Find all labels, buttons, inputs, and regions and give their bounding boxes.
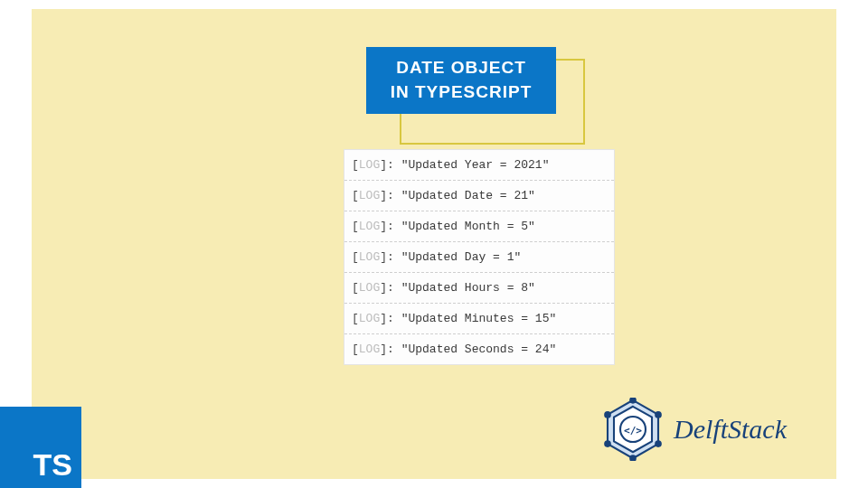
log-tag: LOG — [359, 158, 380, 172]
log-message: "Updated Month = 5" — [401, 220, 535, 233]
typescript-logo: TS — [0, 407, 81, 488]
log-row: [LOG]: "Updated Seconds = 24" — [344, 334, 614, 364]
brand-logo-icon: </> — [601, 398, 665, 461]
log-message: "Updated Day = 1" — [401, 250, 522, 264]
log-tag: LOG — [359, 281, 380, 295]
log-message: "Updated Hours = 8" — [401, 281, 535, 295]
log-message: "Updated Seconds = 24" — [401, 343, 557, 356]
log-row: [LOG]: "Updated Year = 2021" — [344, 150, 614, 181]
title-box: DATE OBJECT IN TYPESCRIPT — [366, 47, 556, 114]
title-line-2: IN TYPESCRIPT — [391, 80, 533, 105]
log-tag: LOG — [359, 189, 380, 202]
svg-point-6 — [605, 441, 610, 446]
log-panel: [LOG]: "Updated Year = 2021" [LOG]: "Upd… — [344, 149, 615, 365]
canvas: DATE OBJECT IN TYPESCRIPT [LOG]: "Update… — [32, 9, 836, 479]
log-row: [LOG]: "Updated Date = 21" — [344, 181, 614, 211]
log-tag: LOG — [359, 343, 380, 356]
svg-point-4 — [656, 441, 661, 446]
svg-point-7 — [605, 412, 610, 418]
log-tag: LOG — [359, 312, 380, 325]
svg-point-5 — [630, 455, 636, 461]
log-message: "Updated Minutes = 15" — [401, 312, 557, 325]
log-row: [LOG]: "Updated Month = 5" — [344, 211, 614, 242]
log-row: [LOG]: "Updated Day = 1" — [344, 242, 614, 273]
svg-text:</>: </> — [624, 425, 642, 436]
typescript-logo-text: TS — [33, 447, 72, 483]
log-tag: LOG — [359, 220, 380, 233]
svg-point-2 — [630, 398, 636, 403]
log-message: "Updated Year = 2021" — [401, 158, 550, 172]
brand: </> DelftStack — [601, 398, 787, 461]
log-row: [LOG]: "Updated Hours = 8" — [344, 273, 614, 304]
brand-name: DelftStack — [674, 414, 787, 445]
title-line-1: DATE OBJECT — [396, 56, 526, 80]
log-row: [LOG]: "Updated Minutes = 15" — [344, 304, 614, 334]
log-tag: LOG — [359, 250, 380, 264]
svg-point-3 — [656, 412, 661, 418]
log-message: "Updated Date = 21" — [401, 189, 535, 202]
